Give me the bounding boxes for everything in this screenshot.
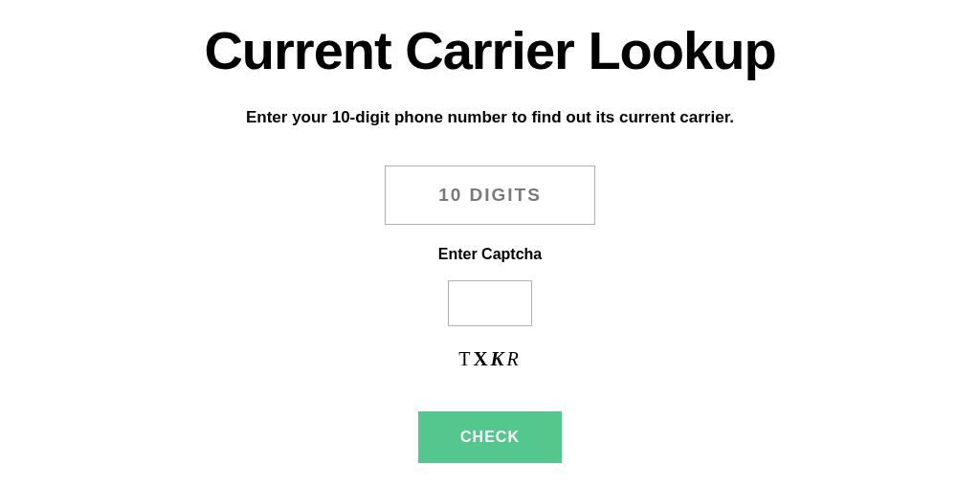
captcha-char-2: X bbox=[473, 347, 490, 370]
captcha-image: TXKR bbox=[0, 347, 980, 371]
form-wrapper: Enter Captcha TXKR CHECK bbox=[0, 166, 980, 463]
phone-number-input[interactable] bbox=[385, 166, 595, 225]
check-button[interactable]: CHECK bbox=[418, 411, 562, 463]
main-container: Current Carrier Lookup Enter your 10-dig… bbox=[0, 0, 980, 463]
captcha-input-wrapper bbox=[0, 280, 980, 347]
captcha-input[interactable] bbox=[448, 280, 532, 326]
captcha-char-1: T bbox=[458, 348, 473, 369]
page-subtitle: Enter your 10-digit phone number to find… bbox=[0, 108, 980, 127]
captcha-text: TXKR bbox=[458, 347, 522, 371]
captcha-char-3: K bbox=[491, 347, 507, 370]
captcha-char-4: R bbox=[507, 348, 522, 369]
captcha-label: Enter Captcha bbox=[0, 246, 980, 263]
page-title: Current Carrier Lookup bbox=[0, 19, 980, 81]
